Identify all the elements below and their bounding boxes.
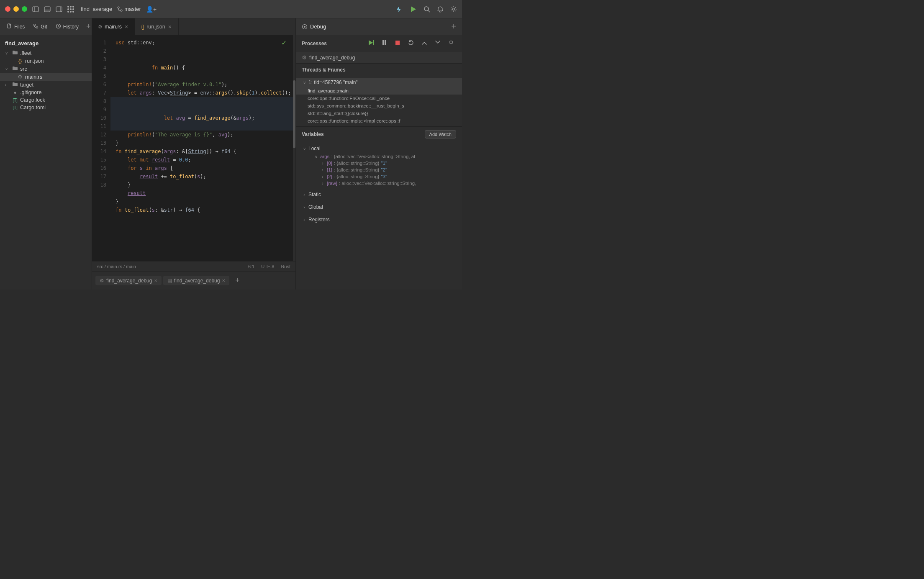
args-2-var[interactable]: › [2]: {alloc::string::String} "3": [296, 173, 462, 180]
editor-area: ⚙ main.rs × {} run.json × 12345 678910 1…: [92, 18, 295, 271]
project-root-name: find_average: [0, 38, 92, 49]
args-raw-var[interactable]: › [raw]: alloc::vec::Vec<alloc::string::…: [296, 180, 462, 187]
process-icon: ⚙: [302, 54, 307, 61]
stop-button[interactable]: [393, 38, 403, 49]
threads-frames-label: Threads & Frames: [302, 67, 346, 73]
code-line-6: let avg = find_average(&args);: [110, 97, 293, 131]
debug2-close[interactable]: ×: [222, 277, 225, 284]
sidebar-item-gitignore[interactable]: ● .gitignore +: [0, 89, 92, 96]
debug-panel: Debug + Processes: [295, 18, 462, 290]
run-json-tab-label: run.json: [146, 24, 165, 30]
args-0-expand: ›: [320, 161, 325, 166]
step-out-button[interactable]: [446, 38, 456, 49]
search-button[interactable]: [424, 6, 430, 13]
step-into-button[interactable]: [433, 38, 443, 49]
args-1-var[interactable]: › [1]: {alloc::string::String} "2": [296, 167, 462, 173]
sidebar-item-cargo-lock[interactable]: [T] Cargo.lock +: [0, 96, 92, 104]
args-var[interactable]: ∨ args: {alloc::vec::Vec<alloc::string::…: [296, 153, 462, 160]
bottom-tab-debug1[interactable]: ⚙ find_average_debug ×: [95, 276, 162, 285]
sidebar-item-fleet[interactable]: ∨ .fleet: [0, 49, 92, 57]
process-name: find_average_debug: [309, 55, 355, 61]
thread-list: ∨ 1: tid=4587796 "main" find_average::ma…: [296, 76, 462, 126]
close-button[interactable]: [5, 6, 10, 12]
svg-point-17: [304, 26, 305, 28]
bottom-panel-button[interactable]: [44, 6, 51, 13]
debug-add-button[interactable]: +: [451, 22, 456, 31]
frame-item-4[interactable]: core::ops::function::impls::<impl core::…: [296, 117, 462, 125]
svg-rect-24: [450, 41, 452, 44]
run-json-tab-close[interactable]: ×: [167, 23, 172, 30]
restart-button[interactable]: [406, 38, 416, 49]
svg-point-9: [424, 7, 429, 11]
svg-rect-21: [385, 40, 386, 45]
global-expand-icon: ›: [302, 205, 307, 210]
apps-grid-button[interactable]: [67, 6, 74, 13]
right-panel-button[interactable]: [56, 6, 62, 13]
editor-tab-run-json[interactable]: {} run.json ×: [135, 18, 179, 35]
settings-button[interactable]: [450, 6, 457, 13]
sidebar-tab-git[interactable]: Git: [30, 22, 50, 32]
code-line-18: fn to_float(s: &str) → f64 {: [110, 206, 293, 214]
code-line-1: use std::env;: [110, 38, 293, 47]
debug1-close[interactable]: ×: [154, 277, 157, 284]
editor-and-bottom: ⚙ main.rs × {} run.json × 12345 678910 1…: [92, 18, 295, 290]
code-line-15: result: [110, 189, 293, 197]
resume-button[interactable]: [366, 38, 376, 49]
thread-item-main[interactable]: ∨ 1: tid=4587796 "main": [296, 78, 462, 87]
add-collaborator-button[interactable]: 👤+: [146, 6, 157, 13]
main-rs-tab-close[interactable]: ×: [124, 23, 129, 30]
sidebar-item-src[interactable]: ∨ src: [0, 65, 92, 73]
sidebar-tab-files[interactable]: Files: [3, 22, 28, 32]
frame-item-1[interactable]: core::ops::function::FnOnce::call_once: [296, 95, 462, 102]
args-1-value: "2": [381, 167, 387, 172]
svg-point-14: [36, 26, 38, 28]
frame-item-2[interactable]: std::sys_common::backtrace::__rust_begin…: [296, 102, 462, 110]
editor-tab-bar: ⚙ main.rs × {} run.json ×: [92, 18, 295, 35]
history-icon: [56, 23, 61, 30]
global-group-header[interactable]: › Global: [296, 202, 462, 212]
args-0-var[interactable]: › [0]: {alloc::string::String} "1": [296, 160, 462, 167]
registers-group-header[interactable]: › Registers: [296, 215, 462, 224]
run-button[interactable]: [409, 5, 417, 13]
fleet-arrow: ∨: [5, 51, 10, 55]
cargo-lock-icon: [T]: [12, 98, 18, 102]
code-line-13: result += to_float(s);: [110, 172, 293, 181]
pause-button[interactable]: [379, 38, 389, 49]
line-numbers: 12345 678910 1112131415 161718: [92, 35, 110, 261]
sidebar-item-cargo-toml[interactable]: [T] Cargo.toml +: [0, 104, 92, 111]
processes-section: Processes: [296, 35, 462, 64]
args-0-type: : {alloc::string::String}: [334, 161, 380, 166]
notifications-button[interactable]: [437, 6, 444, 13]
run-config-button[interactable]: [395, 5, 403, 13]
fleet-folder-label: .fleet: [20, 50, 87, 56]
code-line-7: println!("The average is {}", avg);: [110, 131, 293, 139]
frame-item-0[interactable]: find_average::main: [296, 87, 462, 95]
local-group-header[interactable]: ∨ Local: [296, 144, 462, 153]
args-type: : {alloc::vec::Vec<alloc::string::String…: [331, 154, 415, 159]
code-line-4: println!("Average finder v.0.1");: [110, 80, 293, 89]
minimize-button[interactable]: [13, 6, 19, 12]
run-json-label: run.json: [25, 58, 87, 64]
sidebar-toggle-button[interactable]: [32, 6, 39, 13]
branch-info[interactable]: master: [117, 6, 141, 12]
gitignore-icon: ●: [12, 90, 18, 95]
step-over-button[interactable]: [419, 38, 429, 49]
sidebar-item-main-rs[interactable]: ⚙ main.rs +: [0, 73, 92, 81]
static-group-header[interactable]: › Static: [296, 190, 462, 199]
maximize-button[interactable]: [22, 6, 27, 12]
sidebar-item-target[interactable]: › target +: [0, 81, 92, 89]
add-terminal-tab-button[interactable]: +: [233, 275, 242, 286]
frame-item-3[interactable]: std::rt::lang_start::{{closure}}: [296, 110, 462, 117]
editor-tab-main-rs[interactable]: ⚙ main.rs ×: [92, 18, 135, 35]
debug-process-item[interactable]: ⚙ find_average_debug: [296, 52, 462, 63]
sidebar-tab-history[interactable]: History: [52, 22, 82, 32]
bottom-tab-debug2[interactable]: ▤ find_average_debug ×: [163, 276, 229, 285]
sidebar-item-run-json[interactable]: {} run.json +: [0, 57, 92, 65]
sidebar: Files Git History + find_average ∨: [0, 18, 92, 290]
code-content[interactable]: ✓ use std::env; ▶ fn main() { println!("…: [110, 35, 293, 261]
args-0-value: "1": [381, 161, 387, 166]
add-watch-button[interactable]: Add Watch: [425, 130, 456, 138]
sidebar-tab-history-label: History: [63, 24, 79, 30]
editor-scrollbar[interactable]: [293, 35, 295, 261]
debug-icon: [302, 24, 308, 30]
